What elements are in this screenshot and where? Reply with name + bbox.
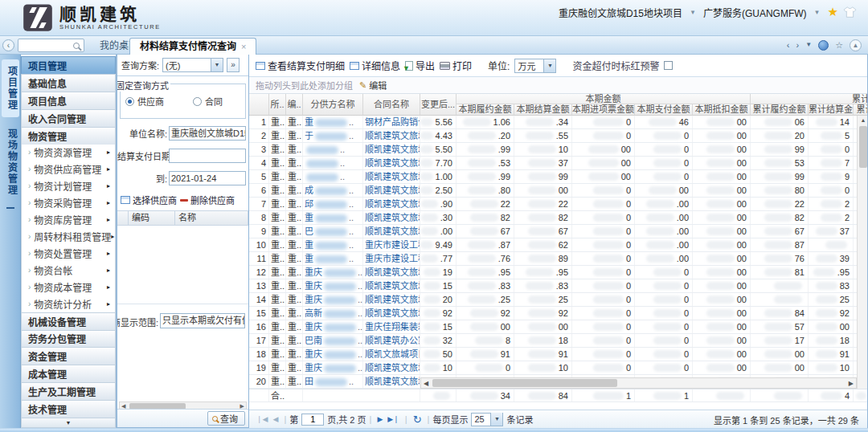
scrollbar-thumb[interactable] [432, 379, 617, 387]
theme-skin-icon[interactable] [843, 6, 857, 18]
scroll-right-arrow-icon[interactable]: ▶ [849, 379, 854, 388]
sidebar-item[interactable]: 项目管理 [21, 56, 116, 74]
sidebar-item[interactable]: ›物资成本管理▸ [21, 279, 116, 295]
module-tab-site-material-management[interactable]: 现场物资管理 [2, 122, 19, 202]
column-header[interactable]: 累计 [854, 104, 868, 116]
sidebar-item[interactable]: ›周转材料租赁管理▸ [21, 228, 116, 245]
contract-link[interactable]: 顺凯建筑文旅城... [365, 211, 420, 224]
unit-name-input[interactable]: 重庆融创文旅城D15地块 [169, 126, 246, 141]
sidebar-item[interactable]: 生产及工期管理 [21, 382, 116, 400]
sidebar-item[interactable]: 机械设备管理 [21, 312, 116, 330]
supplier-link[interactable]: 重庆.. [305, 266, 362, 279]
column-header[interactable]: 本期履约金额 [457, 104, 514, 116]
radio-contract[interactable] [193, 97, 202, 106]
contract-link[interactable]: 重庆佳翔集装箱... [365, 320, 420, 333]
contract-link[interactable]: 重庆市建设工程... [365, 238, 420, 251]
sidebar-item[interactable]: 物资管理 [21, 127, 116, 145]
contract-link[interactable]: 顺凯建筑文旅城... [365, 184, 420, 197]
column-header[interactable]: 本期进项票金额 [572, 104, 635, 116]
contract-link[interactable]: 顺凯建筑文旅城... [365, 225, 420, 238]
sidebar-item[interactable]: ›物资台帐▸ [21, 262, 116, 279]
contract-link[interactable]: 重庆市建设工程... [365, 252, 420, 265]
supplier-link[interactable]: 于.. [305, 129, 354, 142]
first-page-icon[interactable]: ❘◀ [256, 415, 268, 423]
menu-search-input[interactable] [18, 40, 73, 51]
scroll-left-arrow-icon[interactable]: ◀ [424, 379, 428, 388]
supplier-link[interactable]: 重.. [305, 211, 354, 224]
grid-vscrollbar[interactable]: ▲ [857, 116, 868, 389]
column-header[interactable]: 累计履约金额 [751, 104, 809, 116]
unit-select[interactable]: 万元 ▼ [514, 59, 556, 73]
column-header[interactable]: 本期抵扣金额 [693, 104, 751, 116]
column-header[interactable]: 合同名称 [363, 94, 420, 116]
favorite-outline-star-icon[interactable]: ☆ [835, 39, 843, 51]
contract-link[interactable]: 顺凯建筑文旅城... [365, 307, 420, 320]
contract-link[interactable]: 顺凯建筑文旅城... [365, 143, 420, 156]
sidebar-item[interactable]: 项目信息 [21, 92, 116, 109]
contract-link[interactable]: 顺凯建筑文旅城... [365, 170, 420, 183]
supplier-link[interactable]: .. [305, 143, 345, 156]
supplier-range-select[interactable]: 只显示本期或欠付有值 [160, 313, 245, 328]
column-header[interactable]: 累计结算金额 [809, 104, 854, 116]
column-header[interactable]: 分供方名称 [303, 94, 363, 116]
scrollbar-thumb[interactable] [859, 126, 867, 168]
supplier-link[interactable]: 巴南.. [305, 334, 362, 347]
scheme-select[interactable]: (无) ▼ [162, 58, 223, 72]
scroll-up-arrow-icon[interactable]: ▲ [858, 116, 868, 125]
sidebar-item[interactable]: 收入合同管理 [21, 109, 116, 127]
contract-link[interactable]: 钢材产品购销合同 [365, 116, 420, 128]
tab-scroll-left-icon[interactable]: ‹ [787, 39, 790, 51]
sidebar-item[interactable]: 技术管理 [21, 400, 116, 418]
column-header[interactable]: 编.. [286, 94, 303, 116]
contract-link[interactable]: 顺凯建筑文旅城... [365, 129, 420, 142]
settle-date-to-input[interactable]: 2021-01-24 [169, 171, 246, 185]
favorites-star-icon[interactable]: ★ [828, 5, 838, 19]
menu-search-box[interactable] [18, 39, 84, 52]
supplier-link[interactable]: 重庆.. [305, 348, 362, 361]
user-caret-icon[interactable]: ▾ [812, 6, 823, 18]
sidebar-item[interactable]: 基础信息 [21, 74, 116, 92]
supplier-link[interactable]: 重庆.. [305, 279, 362, 292]
settle-date-from-input[interactable] [169, 149, 246, 163]
supplier-link[interactable]: 重庆.. [305, 320, 362, 333]
sidebar-scroll-down-icon[interactable]: ▼ [21, 418, 116, 428]
sidebar-item[interactable]: ›物资处置管理▸ [21, 245, 116, 262]
contract-link[interactable]: 顺凯建筑文旅城... [365, 293, 420, 306]
contract-link[interactable]: 顺凯建筑文旅城... [365, 375, 420, 388]
supplier-link[interactable]: 重.. [305, 116, 354, 128]
grouping-bar[interactable]: 拖动列头到此处添加分组 ✎ 编辑 [249, 77, 868, 94]
sidebar-item[interactable]: ›物资计划管理▸ [21, 177, 116, 194]
contract-link[interactable]: 顺凯文旅城项目... [365, 348, 420, 361]
user-selector[interactable]: 广梦服务(GUANGMFW) [703, 6, 807, 19]
sidebar-item[interactable]: ›物资资源管理▸ [21, 145, 116, 161]
column-header[interactable]: 变更后... [420, 94, 457, 116]
contract-link[interactable]: 顺凯建筑文旅城... [365, 198, 420, 210]
tab-list-caret-icon[interactable]: ▼ [805, 39, 812, 51]
search-button[interactable]: 查询 [207, 411, 245, 426]
select-supplier-button[interactable]: 选择供应商 [121, 194, 177, 206]
contract-link[interactable]: 顺凯建筑文旅城... [365, 266, 420, 279]
supplier-link[interactable]: 邱.. [305, 198, 354, 210]
sidebar-item[interactable]: 劳务分包管理 [21, 330, 116, 348]
supplier-link[interactable]: 重.. [305, 238, 354, 251]
sidebar-item[interactable]: ›物资库房管理▸ [21, 211, 116, 228]
supplier-link[interactable]: 重.. [305, 252, 354, 265]
sidebar-item[interactable]: 成本管理 [21, 365, 116, 382]
module-tab-project-management[interactable]: 项目管理 [2, 59, 19, 117]
refresh-icon[interactable]: ↻ [413, 414, 422, 426]
contract-link[interactable]: 顺凯建筑文旅城... [365, 279, 420, 292]
delete-supplier-button[interactable]: 删除供应商 [180, 194, 235, 206]
export-button[interactable]: ▼ 导出 [405, 59, 435, 72]
column-header[interactable]: 本期支付金额 [635, 104, 693, 116]
contract-link[interactable]: 顺凯建筑文旅城... [365, 361, 420, 374]
scheme-more-button[interactable]: » [227, 58, 240, 72]
column-header[interactable] [249, 94, 269, 116]
edit-columns-button[interactable]: ✎ 编辑 [359, 79, 387, 92]
overpay-warning-checkbox[interactable] [664, 61, 673, 70]
last-page-icon[interactable]: ▶❘ [387, 415, 399, 423]
contract-link[interactable]: 顺凯建筑文旅城... [365, 157, 420, 169]
supplier-link[interactable]: 田.. [305, 375, 354, 388]
mini-checkbox-column[interactable] [117, 211, 129, 225]
per-page-select[interactable]: 25 ▼ [471, 413, 503, 426]
sidebar-item[interactable]: 资金管理 [21, 347, 116, 365]
